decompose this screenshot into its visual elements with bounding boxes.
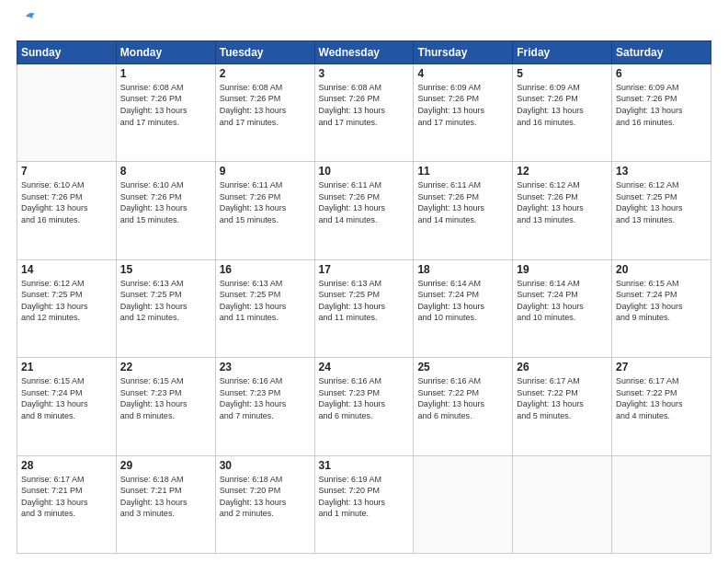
day-number: 10 <box>319 165 410 178</box>
calendar-cell: 1Sunrise: 6:08 AM Sunset: 7:26 PM Daylig… <box>116 63 215 161</box>
day-number: 13 <box>616 165 707 178</box>
calendar-cell: 30Sunrise: 6:18 AM Sunset: 7:20 PM Dayli… <box>215 455 314 553</box>
day-number: 2 <box>220 67 311 80</box>
day-info: Sunrise: 6:13 AM Sunset: 7:25 PM Dayligh… <box>319 278 410 324</box>
day-info: Sunrise: 6:13 AM Sunset: 7:25 PM Dayligh… <box>120 278 211 324</box>
calendar-cell: 28Sunrise: 6:17 AM Sunset: 7:21 PM Dayli… <box>17 455 117 553</box>
weekday-header-monday: Monday <box>116 40 215 63</box>
logo <box>17 17 39 35</box>
day-info: Sunrise: 6:15 AM Sunset: 7:23 PM Dayligh… <box>120 375 211 421</box>
calendar-cell <box>17 63 117 161</box>
calendar-cell: 5Sunrise: 6:09 AM Sunset: 7:26 PM Daylig… <box>513 63 612 161</box>
calendar-cell: 8Sunrise: 6:10 AM Sunset: 7:26 PM Daylig… <box>116 162 215 259</box>
calendar-cell: 11Sunrise: 6:11 AM Sunset: 7:26 PM Dayli… <box>414 162 513 259</box>
calendar-cell: 18Sunrise: 6:14 AM Sunset: 7:24 PM Dayli… <box>414 259 513 357</box>
day-number: 5 <box>517 67 608 80</box>
day-number: 3 <box>319 67 410 80</box>
day-info: Sunrise: 6:11 AM Sunset: 7:26 PM Dayligh… <box>417 179 508 225</box>
day-number: 28 <box>21 459 112 472</box>
weekday-header-saturday: Saturday <box>612 40 711 63</box>
day-number: 12 <box>517 165 608 178</box>
day-number: 20 <box>616 263 707 276</box>
calendar-cell: 13Sunrise: 6:12 AM Sunset: 7:25 PM Dayli… <box>612 162 711 259</box>
day-number: 24 <box>319 361 410 373</box>
day-number: 7 <box>21 165 112 178</box>
calendar-cell: 19Sunrise: 6:14 AM Sunset: 7:24 PM Dayli… <box>513 259 612 357</box>
day-info: Sunrise: 6:19 AM Sunset: 7:20 PM Dayligh… <box>319 474 410 520</box>
day-number: 4 <box>417 67 508 80</box>
day-info: Sunrise: 6:18 AM Sunset: 7:21 PM Dayligh… <box>120 474 211 520</box>
day-info: Sunrise: 6:14 AM Sunset: 7:24 PM Dayligh… <box>417 278 508 324</box>
day-info: Sunrise: 6:08 AM Sunset: 7:26 PM Dayligh… <box>319 82 410 128</box>
day-info: Sunrise: 6:12 AM Sunset: 7:26 PM Dayligh… <box>517 179 608 225</box>
calendar-cell: 25Sunrise: 6:16 AM Sunset: 7:22 PM Dayli… <box>414 358 513 455</box>
weekday-header-wednesday: Wednesday <box>314 40 414 63</box>
day-number: 21 <box>21 361 112 373</box>
calendar-cell: 14Sunrise: 6:12 AM Sunset: 7:25 PM Dayli… <box>17 259 117 357</box>
calendar-cell: 22Sunrise: 6:15 AM Sunset: 7:23 PM Dayli… <box>116 358 215 455</box>
day-info: Sunrise: 6:15 AM Sunset: 7:24 PM Dayligh… <box>21 375 112 421</box>
day-info: Sunrise: 6:12 AM Sunset: 7:25 PM Dayligh… <box>21 278 112 324</box>
day-number: 31 <box>319 459 410 472</box>
day-number: 17 <box>319 263 410 276</box>
calendar-cell: 20Sunrise: 6:15 AM Sunset: 7:24 PM Dayli… <box>612 259 711 357</box>
day-number: 29 <box>120 459 211 472</box>
calendar-cell: 9Sunrise: 6:11 AM Sunset: 7:26 PM Daylig… <box>215 162 314 259</box>
day-number: 8 <box>120 165 211 178</box>
day-info: Sunrise: 6:17 AM Sunset: 7:22 PM Dayligh… <box>616 375 707 421</box>
calendar-header-row: SundayMondayTuesdayWednesdayThursdayFrid… <box>17 40 711 63</box>
calendar-cell: 7Sunrise: 6:10 AM Sunset: 7:26 PM Daylig… <box>17 162 117 259</box>
calendar-cell: 24Sunrise: 6:16 AM Sunset: 7:23 PM Dayli… <box>314 358 414 455</box>
day-info: Sunrise: 6:13 AM Sunset: 7:25 PM Dayligh… <box>220 278 311 324</box>
weekday-header-thursday: Thursday <box>414 40 513 63</box>
calendar-cell: 12Sunrise: 6:12 AM Sunset: 7:26 PM Dayli… <box>513 162 612 259</box>
day-info: Sunrise: 6:08 AM Sunset: 7:26 PM Dayligh… <box>120 82 211 128</box>
calendar-week-4: 21Sunrise: 6:15 AM Sunset: 7:24 PM Dayli… <box>17 358 711 455</box>
day-info: Sunrise: 6:17 AM Sunset: 7:22 PM Dayligh… <box>517 375 608 421</box>
calendar-cell <box>612 455 711 553</box>
weekday-header-sunday: Sunday <box>17 40 117 63</box>
calendar-week-2: 7Sunrise: 6:10 AM Sunset: 7:26 PM Daylig… <box>17 162 711 259</box>
day-info: Sunrise: 6:16 AM Sunset: 7:23 PM Dayligh… <box>319 375 410 421</box>
calendar-cell: 27Sunrise: 6:17 AM Sunset: 7:22 PM Dayli… <box>612 358 711 455</box>
day-info: Sunrise: 6:16 AM Sunset: 7:22 PM Dayligh… <box>417 375 508 421</box>
day-number: 23 <box>220 361 311 373</box>
calendar-cell <box>414 455 513 553</box>
calendar-cell: 17Sunrise: 6:13 AM Sunset: 7:25 PM Dayli… <box>314 259 414 357</box>
day-info: Sunrise: 6:17 AM Sunset: 7:21 PM Dayligh… <box>21 474 112 520</box>
day-number: 22 <box>120 361 211 373</box>
day-number: 9 <box>220 165 311 178</box>
day-info: Sunrise: 6:15 AM Sunset: 7:24 PM Dayligh… <box>616 278 707 324</box>
day-info: Sunrise: 6:08 AM Sunset: 7:26 PM Dayligh… <box>220 82 311 128</box>
day-info: Sunrise: 6:09 AM Sunset: 7:26 PM Dayligh… <box>616 82 707 128</box>
day-info: Sunrise: 6:12 AM Sunset: 7:25 PM Dayligh… <box>616 179 707 225</box>
calendar-week-5: 28Sunrise: 6:17 AM Sunset: 7:21 PM Dayli… <box>17 455 711 553</box>
day-info: Sunrise: 6:11 AM Sunset: 7:26 PM Dayligh… <box>220 179 311 225</box>
day-number: 6 <box>616 67 707 80</box>
calendar-cell: 2Sunrise: 6:08 AM Sunset: 7:26 PM Daylig… <box>215 63 314 161</box>
day-number: 14 <box>21 263 112 276</box>
calendar-cell: 10Sunrise: 6:11 AM Sunset: 7:26 PM Dayli… <box>314 162 414 259</box>
calendar-cell: 23Sunrise: 6:16 AM Sunset: 7:23 PM Dayli… <box>215 358 314 455</box>
calendar-cell: 31Sunrise: 6:19 AM Sunset: 7:20 PM Dayli… <box>314 455 414 553</box>
day-info: Sunrise: 6:16 AM Sunset: 7:23 PM Dayligh… <box>220 375 311 421</box>
day-number: 25 <box>417 361 508 373</box>
calendar-cell: 3Sunrise: 6:08 AM Sunset: 7:26 PM Daylig… <box>314 63 414 161</box>
weekday-header-tuesday: Tuesday <box>215 40 314 63</box>
calendar-cell: 26Sunrise: 6:17 AM Sunset: 7:22 PM Dayli… <box>513 358 612 455</box>
logo-bird-icon <box>18 9 39 29</box>
calendar-week-1: 1Sunrise: 6:08 AM Sunset: 7:26 PM Daylig… <box>17 63 711 161</box>
calendar-cell: 4Sunrise: 6:09 AM Sunset: 7:26 PM Daylig… <box>414 63 513 161</box>
day-number: 16 <box>220 263 311 276</box>
day-number: 19 <box>517 263 608 276</box>
day-number: 26 <box>517 361 608 373</box>
calendar-cell: 21Sunrise: 6:15 AM Sunset: 7:24 PM Dayli… <box>17 358 117 455</box>
day-number: 18 <box>417 263 508 276</box>
calendar-week-3: 14Sunrise: 6:12 AM Sunset: 7:25 PM Dayli… <box>17 259 711 357</box>
day-number: 30 <box>220 459 311 472</box>
day-info: Sunrise: 6:10 AM Sunset: 7:26 PM Dayligh… <box>120 179 211 225</box>
calendar-cell <box>513 455 612 553</box>
weekday-header-friday: Friday <box>513 40 612 63</box>
calendar-cell: 16Sunrise: 6:13 AM Sunset: 7:25 PM Dayli… <box>215 259 314 357</box>
calendar-cell: 6Sunrise: 6:09 AM Sunset: 7:26 PM Daylig… <box>612 63 711 161</box>
